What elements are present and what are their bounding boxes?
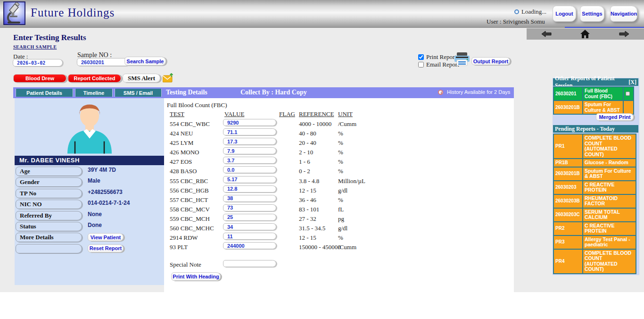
forward-icon[interactable] [619, 31, 630, 37]
test-value-input[interactable] [223, 166, 276, 173]
pending-report-row[interactable]: PR3 Allergy Test Panal - paediatric [554, 236, 636, 250]
test-value-input[interactable] [223, 128, 276, 135]
view-patient-button[interactable]: View Patient [88, 233, 124, 241]
print-report-option[interactable]: Print Report [418, 53, 456, 61]
pending-reports-title: Pending Reports - Today [555, 126, 615, 133]
settings-button[interactable]: Settings [580, 6, 604, 22]
session-report-row[interactable]: 26030201 Full Blood Count (FBC) [554, 87, 633, 101]
pending-name: C REACTIVE PROTEIN [583, 181, 634, 194]
field-label: Age [16, 167, 82, 176]
pending-report-row[interactable]: 26030203C SERUM TOTAL CALCIUM [554, 209, 636, 222]
output-report-button[interactable]: Output Report [471, 57, 510, 65]
search-sample-button[interactable]: Search Sample [124, 57, 166, 66]
pending-report-row[interactable]: 26030203 C REACTIVE PROTEIN [554, 181, 636, 195]
home-icon[interactable] [580, 30, 590, 38]
tab[interactable]: SMS / Email [115, 89, 162, 97]
test-reference: 0 - 2 [299, 168, 310, 175]
back-icon[interactable] [541, 31, 552, 37]
test-name: 555 CBC_RBC [170, 177, 208, 185]
logout-button[interactable]: Logout [553, 6, 576, 22]
patient-field-row: Status Done [16, 222, 163, 231]
pending-name: COMPLETE BLOOD COUNT (AUTOMATED COUNT) [583, 250, 634, 273]
col-reference: REFERENCE [299, 110, 334, 118]
test-name: 427 EOS [170, 158, 192, 166]
reset-row: Reset Report [16, 244, 163, 253]
test-value-input[interactable] [223, 214, 276, 221]
col-unit: UNIT [338, 110, 353, 118]
email-report-checkbox[interactable] [418, 62, 424, 67]
test-value-input[interactable] [223, 157, 276, 164]
col-flag: FLAG [279, 110, 295, 118]
pending-code: 26030201B [554, 168, 583, 180]
tab[interactable]: Timeline [75, 89, 113, 97]
sms-alert-button[interactable]: SMS Alert [123, 74, 160, 83]
tab-bar: Patient Details Timeline SMS / Email [16, 89, 162, 97]
test-group-title: Full Blood Count (FBC) [167, 101, 227, 109]
pending-code: 26030203C [554, 209, 583, 221]
test-value-input[interactable] [223, 242, 276, 249]
print-with-heading-button[interactable]: Print With Heading [171, 272, 221, 281]
report-code: 26030201B [554, 101, 583, 114]
test-unit: % [338, 234, 343, 242]
pending-code: 26030203 [554, 181, 583, 194]
special-note-input[interactable] [223, 260, 276, 267]
history-indicator: History Available for 2 Days [438, 89, 510, 95]
test-reference: 12 - 15 [299, 234, 316, 242]
field-value: 014-0214-7-1-24 [88, 200, 130, 206]
report-checkbox[interactable] [626, 92, 630, 96]
test-name: 556 CBC_HGB [170, 187, 209, 194]
test-reference: 31.5 - 34.5 [299, 225, 325, 232]
pending-report-row[interactable]: 26030203B RHEUMATOID FACTOR [554, 195, 636, 209]
pending-report-row[interactable]: PR4 COMPLETE BLOOD COUNT (AUTOMATED COUN… [554, 250, 636, 273]
test-value-input[interactable] [223, 233, 276, 240]
loading-indicator: Loading... [514, 8, 546, 16]
test-name: 559 CBC_MCH [170, 215, 210, 223]
field-value: Male [88, 177, 100, 184]
report-collected-button[interactable]: Report Collected [68, 74, 121, 83]
header-divider [565, 27, 644, 28]
test-row: 559 CBC_MCH 27 - 32 pg [170, 214, 500, 223]
pending-report-row[interactable]: 26030201B Sputum For Culture & ABST [554, 168, 636, 181]
test-unit: % [338, 149, 343, 156]
test-unit: /Cumm [338, 120, 356, 128]
user-label: User : Srivignesh Somu [487, 18, 545, 25]
test-value-input[interactable] [223, 204, 276, 211]
test-value-input[interactable] [223, 195, 276, 202]
date-input[interactable] [13, 59, 63, 67]
reset-report-button[interactable]: Reset Report [88, 244, 124, 252]
email-envelope-icon[interactable] [163, 73, 173, 84]
print-report-checkbox[interactable] [418, 54, 424, 60]
test-name: 425 LYM [170, 139, 193, 147]
test-unit: g/dl [338, 187, 347, 194]
blood-drew-button[interactable]: Blood Drew [13, 74, 66, 83]
patient-field-row: Age 39Y 4M 7D [16, 167, 163, 176]
test-unit: % [338, 196, 343, 204]
pending-report-row[interactable]: PR2 C REACTIVE PROTEIN [554, 222, 636, 236]
test-value-input[interactable] [223, 223, 276, 230]
session-report-row[interactable]: 26030201B Sputum For Culture & ABST [554, 101, 633, 114]
email-report-option[interactable]: Email Report [418, 61, 459, 68]
test-value-input[interactable] [223, 138, 276, 145]
pending-report-row[interactable]: PR1 COMPLETE BLOOD COUNT (AUTOMATED COUN… [554, 134, 636, 159]
merged-print-button[interactable]: Merged Print [596, 113, 634, 121]
more-details-label: More Details [16, 233, 82, 242]
navigation-button[interactable]: Navigation [610, 6, 637, 22]
field-value: 39Y 4M 7D [88, 167, 116, 173]
printer-icon[interactable] [454, 52, 471, 68]
test-name: 424 NEU [170, 130, 193, 137]
test-reference: 4000 - 10000 [299, 120, 331, 128]
test-value-input[interactable] [223, 119, 276, 126]
test-value-input[interactable] [223, 147, 276, 154]
tab[interactable]: Patient Details [16, 89, 73, 97]
more-details-row: More Details View Patient [16, 233, 163, 242]
test-value-input[interactable] [223, 176, 276, 183]
pending-report-row[interactable]: PR1B Glucose - Random [554, 159, 636, 168]
search-sample-link[interactable]: SEARCH SAMPLE [13, 44, 57, 50]
test-unit: /Cumm [338, 243, 356, 251]
test-value-input[interactable] [223, 185, 276, 193]
close-button[interactable]: [X] [628, 79, 636, 86]
testing-details-title: Testing Details [166, 89, 207, 96]
sample-no-input[interactable] [77, 58, 130, 66]
patient-name: Mr. DABEE VINESH [15, 156, 164, 165]
pending-name: Sputum For Culture & ABST [583, 168, 634, 180]
